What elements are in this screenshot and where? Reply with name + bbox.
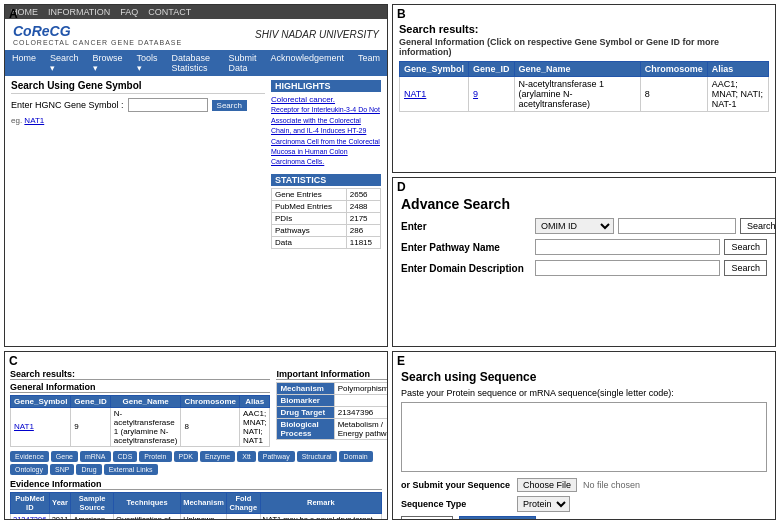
tab-button[interactable]: Xtt — [237, 451, 256, 462]
c-alias: AAC1; MNAT; NATI; NAT1 — [239, 407, 269, 446]
important-table: MechanismPolymorphismBiomarkerDrug Targe… — [276, 382, 387, 440]
c-important: Important Information MechanismPolymorph… — [276, 369, 387, 447]
ev-mechanism: Unknown — [181, 513, 227, 519]
ev-pubmed-id[interactable]: 21347396 — [11, 513, 50, 519]
tab-button[interactable]: Structural — [297, 451, 337, 462]
ev-col-header: Techniques — [114, 492, 181, 513]
omim-id-select[interactable]: OMIM ID Gene ID Gene Symbol — [535, 218, 614, 234]
stats-row: Gene Entries2656 — [272, 188, 381, 200]
seq-action-row: Clear All Run Analysis! — [401, 516, 767, 520]
b-gene-id[interactable]: 9 — [469, 77, 515, 112]
c-search-results: Search results: — [10, 369, 270, 380]
adv-row3-input[interactable] — [535, 260, 720, 276]
results-table: Gene_SymbolGene_IDGene_NameChromosomeAli… — [399, 61, 769, 112]
sequence-textarea[interactable] — [401, 402, 767, 472]
c-col-header: Alias — [239, 395, 269, 407]
nav-submit[interactable]: Submit Data — [221, 50, 263, 76]
tab-button[interactable]: Gene — [51, 451, 78, 462]
highlights-link[interactable]: Colorectal cancer. — [271, 95, 335, 104]
tab-button[interactable]: Protein — [139, 451, 171, 462]
panel-a: A HOME INFORMATION FAQ CONTACT CoReCG CO… — [4, 4, 388, 347]
c-col-header: Gene_Symbol — [11, 395, 71, 407]
stat-label: Pathways — [272, 224, 347, 236]
b-gene-symbol[interactable]: NAT1 — [400, 77, 469, 112]
highlights-title: HIGHLIGHTS — [271, 80, 381, 92]
tab-button[interactable]: PDK — [174, 451, 198, 462]
search-section: Search Using Gene Symbol Enter HGNC Gene… — [11, 80, 265, 249]
topnav-information[interactable]: INFORMATION — [48, 7, 110, 17]
adv-row-2: Enter Pathway Name Search — [401, 239, 767, 255]
tab-button[interactable]: External Links — [104, 464, 158, 475]
c-gene-id: 9 — [71, 407, 110, 446]
ev-col-header: Year — [49, 492, 71, 513]
important-value: Metabolism / Energy pathways — [334, 418, 387, 439]
c-gene-symbol[interactable]: NAT1 — [11, 407, 71, 446]
eg-link[interactable]: NAT1 — [24, 116, 44, 125]
important-value: 21347396 — [334, 406, 387, 418]
adv-row1-search-btn[interactable]: Search — [740, 218, 776, 234]
tab-button[interactable]: Pathway — [258, 451, 295, 462]
tab-button[interactable]: Enzyme — [200, 451, 235, 462]
search-button[interactable]: Search — [212, 100, 247, 111]
ev-col-header: Fold Change — [227, 492, 261, 513]
adv-row2-input[interactable] — [535, 239, 720, 255]
corecg-body: Search Using Gene Symbol Enter HGNC Gene… — [5, 76, 387, 253]
important-key: Biomarker — [277, 394, 334, 406]
adv-row3-search-btn[interactable]: Search — [724, 260, 767, 276]
tab-button[interactable]: Evidence — [10, 451, 49, 462]
nav-search[interactable]: Search ▾ — [43, 50, 86, 76]
tab-button[interactable]: CDS — [113, 451, 138, 462]
adv-row2-label: Enter Pathway Name — [401, 242, 531, 253]
nav-acknowledgement[interactable]: Acknowledgement — [263, 50, 351, 76]
ev-year: 2011 — [49, 513, 71, 519]
tab-button[interactable]: mRNA — [80, 451, 111, 462]
gene-symbol-input[interactable] — [128, 98, 208, 112]
highlights-article-link[interactable]: Receptor for Interleukin-3-4 Do Not Asso… — [271, 106, 380, 165]
run-analysis-button[interactable]: Run Analysis! — [459, 516, 537, 520]
c-col-header: Chromosome — [181, 395, 240, 407]
panel-b-label: B — [397, 7, 406, 21]
stat-label: PubMed Entries — [272, 200, 347, 212]
corecg-subtitle: COLORECTAL CANCER GENE DATABASE — [13, 39, 182, 46]
search-section-title: Search Using Gene Symbol — [11, 80, 265, 94]
stats-box: STATISTICS Gene Entries2656PubMed Entrie… — [271, 174, 381, 249]
nav-browse[interactable]: Browse ▾ — [86, 50, 130, 76]
seq-desc: Paste your Protein sequence or mRNA sequ… — [401, 388, 767, 398]
adv-row2-search-btn[interactable]: Search — [724, 239, 767, 255]
tab-row: EvidenceGenemRNACDSProteinPDKEnzymeXttPa… — [10, 451, 382, 475]
stats-row: Data11815 — [272, 236, 381, 248]
sequence-type-select[interactable]: Protein mRNA — [517, 496, 570, 512]
nav-tools[interactable]: Tools ▾ — [130, 50, 165, 76]
panel-e-inner: Search using Sequence Paste your Protein… — [393, 366, 775, 520]
tab-button[interactable]: SNP — [50, 464, 74, 475]
choose-file-button[interactable]: Choose File — [517, 478, 577, 492]
tab-button[interactable]: Domain — [339, 451, 373, 462]
important-value: Polymorphism — [334, 382, 387, 394]
nav-db-stats[interactable]: Database Statistics — [165, 50, 222, 76]
panel-e-label: E — [397, 354, 405, 368]
tab-button[interactable]: Ontology — [10, 464, 48, 475]
top-nav: HOME INFORMATION FAQ CONTACT — [5, 5, 387, 19]
logo-area: CoReCG COLORECTAL CANCER GENE DATABASE S… — [5, 19, 387, 50]
adv-row1-input[interactable] — [618, 218, 736, 234]
panel-d-label: D — [397, 180, 406, 194]
stat-label: Data — [272, 236, 347, 248]
highlights-section: HIGHLIGHTS Colorectal cancer. Receptor f… — [271, 80, 381, 249]
b-alias: AAC1; MNAT; NATI; NAT-1 — [707, 77, 768, 112]
nav-team[interactable]: Team — [351, 50, 387, 76]
submit-seq-label: or Submit your Sequence — [401, 480, 511, 490]
evidence-title: Evidence Information — [10, 479, 382, 490]
panel-b-inner: Search results: General Information (Cli… — [393, 19, 775, 116]
important-row: MechanismPolymorphism — [277, 382, 387, 394]
topnav-contact[interactable]: CONTACT — [148, 7, 191, 17]
submit-sequence-row: or Submit your Sequence Choose File No f… — [401, 478, 767, 492]
eg-text: eg. — [11, 116, 22, 125]
search-results-title: Search results: — [399, 23, 769, 35]
topnav-faq[interactable]: FAQ — [120, 7, 138, 17]
c-chromosome: 8 — [181, 407, 240, 446]
sequence-type-row: Sequence Type Protein mRNA — [401, 496, 767, 512]
nav-home[interactable]: Home — [5, 50, 43, 76]
tab-button[interactable]: Drug — [76, 464, 101, 475]
clear-all-button[interactable]: Clear All — [401, 516, 453, 520]
panel-c: C Search results: General Information Ge… — [4, 351, 388, 520]
